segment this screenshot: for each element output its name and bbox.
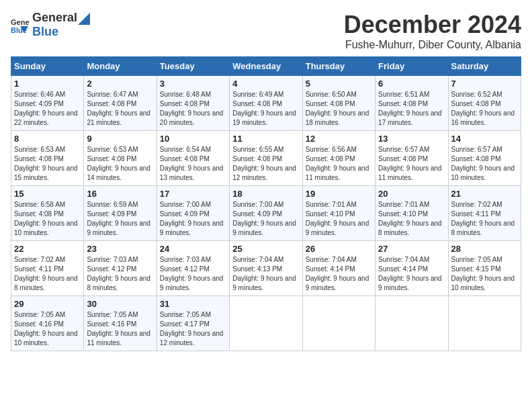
day-number: 29: [14, 299, 81, 309]
day-info: Sunrise: 6:59 AMSunset: 4:09 PMDaylight:…: [87, 200, 153, 238]
day-info: Sunrise: 6:57 AMSunset: 4:08 PMDaylight:…: [451, 145, 518, 183]
calendar-cell: 29Sunrise: 7:05 AMSunset: 4:16 PMDayligh…: [11, 296, 84, 351]
day-number: 31: [160, 299, 226, 309]
logo-general: General: [32, 11, 77, 24]
week-row-5: 29Sunrise: 7:05 AMSunset: 4:16 PMDayligh…: [11, 296, 521, 351]
calendar-cell: 9Sunrise: 6:53 AMSunset: 4:08 PMDaylight…: [84, 131, 157, 186]
title-area: December 2024 Fushe-Muhurr, Diber County…: [344, 11, 521, 51]
day-info: Sunrise: 6:48 AMSunset: 4:08 PMDaylight:…: [160, 90, 226, 128]
calendar-cell: 8Sunrise: 6:53 AMSunset: 4:08 PMDaylight…: [11, 131, 84, 186]
day-info: Sunrise: 7:02 AMSunset: 4:11 PMDaylight:…: [451, 200, 518, 238]
calendar-cell: 20Sunrise: 7:01 AMSunset: 4:10 PMDayligh…: [375, 186, 448, 241]
calendar-cell: 21Sunrise: 7:02 AMSunset: 4:11 PMDayligh…: [448, 186, 521, 241]
header: General Blue General Blue December 2024 …: [11, 11, 521, 51]
day-number: 24: [160, 244, 226, 254]
calendar-cell: 23Sunrise: 7:03 AMSunset: 4:12 PMDayligh…: [84, 241, 157, 296]
week-row-3: 15Sunrise: 6:58 AMSunset: 4:08 PMDayligh…: [11, 186, 521, 241]
day-number: 8: [14, 134, 81, 144]
calendar-cell: 19Sunrise: 7:01 AMSunset: 4:10 PMDayligh…: [302, 186, 375, 241]
day-number: 22: [14, 244, 81, 254]
day-number: 9: [87, 134, 153, 144]
calendar-cell: [302, 296, 375, 351]
day-number: 15: [14, 189, 81, 199]
day-info: Sunrise: 6:53 AMSunset: 4:08 PMDaylight:…: [87, 145, 153, 183]
day-number: 27: [378, 244, 445, 254]
day-number: 12: [306, 134, 372, 144]
calendar-cell: 12Sunrise: 6:56 AMSunset: 4:08 PMDayligh…: [302, 131, 375, 186]
day-number: 5: [306, 79, 372, 89]
weekday-header-monday: Monday: [84, 57, 157, 76]
calendar-cell: 6Sunrise: 6:51 AMSunset: 4:08 PMDaylight…: [375, 76, 448, 131]
calendar-table: SundayMondayTuesdayWednesdayThursdayFrid…: [11, 56, 521, 351]
day-info: Sunrise: 6:53 AMSunset: 4:08 PMDaylight:…: [14, 145, 81, 183]
day-number: 21: [451, 189, 518, 199]
calendar-cell: 15Sunrise: 6:58 AMSunset: 4:08 PMDayligh…: [11, 186, 84, 241]
day-number: 13: [378, 134, 445, 144]
day-info: Sunrise: 7:02 AMSunset: 4:11 PMDaylight:…: [14, 255, 81, 293]
day-info: Sunrise: 7:01 AMSunset: 4:10 PMDaylight:…: [378, 200, 445, 238]
day-info: Sunrise: 7:05 AMSunset: 4:17 PMDaylight:…: [160, 310, 226, 348]
day-info: Sunrise: 6:55 AMSunset: 4:08 PMDaylight:…: [232, 145, 299, 183]
calendar-cell: 2Sunrise: 6:47 AMSunset: 4:08 PMDaylight…: [84, 76, 157, 131]
weekday-header-thursday: Thursday: [302, 57, 375, 76]
day-number: 16: [87, 189, 153, 199]
day-number: 19: [306, 189, 372, 199]
day-number: 26: [306, 244, 372, 254]
day-number: 17: [160, 189, 226, 199]
month-title: December 2024: [344, 11, 521, 39]
calendar-cell: 1Sunrise: 6:46 AMSunset: 4:09 PMDaylight…: [11, 76, 84, 131]
day-info: Sunrise: 7:04 AMSunset: 4:14 PMDaylight:…: [378, 255, 445, 293]
calendar-cell: 7Sunrise: 6:52 AMSunset: 4:08 PMDaylight…: [448, 76, 521, 131]
day-info: Sunrise: 7:01 AMSunset: 4:10 PMDaylight:…: [306, 200, 372, 238]
weekday-header-wednesday: Wednesday: [230, 57, 302, 76]
weekday-header-tuesday: Tuesday: [157, 57, 229, 76]
calendar-cell: 14Sunrise: 6:57 AMSunset: 4:08 PMDayligh…: [448, 131, 521, 186]
day-info: Sunrise: 7:00 AMSunset: 4:09 PMDaylight:…: [160, 200, 226, 238]
day-info: Sunrise: 7:00 AMSunset: 4:09 PMDaylight:…: [232, 200, 299, 238]
svg-text:Blue: Blue: [11, 26, 27, 34]
day-info: Sunrise: 6:54 AMSunset: 4:08 PMDaylight:…: [160, 145, 226, 183]
weekday-header-saturday: Saturday: [448, 57, 521, 76]
svg-text:General: General: [11, 18, 30, 26]
calendar-cell: 4Sunrise: 6:49 AMSunset: 4:08 PMDaylight…: [230, 76, 302, 131]
day-number: 14: [451, 134, 518, 144]
calendar-cell: 3Sunrise: 6:48 AMSunset: 4:08 PMDaylight…: [157, 76, 229, 131]
day-info: Sunrise: 6:57 AMSunset: 4:08 PMDaylight:…: [378, 145, 445, 183]
day-info: Sunrise: 6:58 AMSunset: 4:08 PMDaylight:…: [14, 200, 81, 238]
day-info: Sunrise: 6:51 AMSunset: 4:08 PMDaylight:…: [378, 90, 445, 128]
calendar-cell: 30Sunrise: 7:05 AMSunset: 4:16 PMDayligh…: [84, 296, 157, 351]
calendar-cell: [375, 296, 448, 351]
calendar-cell: 11Sunrise: 6:55 AMSunset: 4:08 PMDayligh…: [230, 131, 302, 186]
day-number: 18: [232, 189, 299, 199]
calendar-cell: 17Sunrise: 7:00 AMSunset: 4:09 PMDayligh…: [157, 186, 229, 241]
day-info: Sunrise: 7:04 AMSunset: 4:13 PMDaylight:…: [232, 255, 299, 293]
day-info: Sunrise: 7:04 AMSunset: 4:14 PMDaylight:…: [306, 255, 372, 293]
calendar-cell: 10Sunrise: 6:54 AMSunset: 4:08 PMDayligh…: [157, 131, 229, 186]
weekday-header-row: SundayMondayTuesdayWednesdayThursdayFrid…: [11, 57, 521, 76]
day-number: 10: [160, 134, 226, 144]
day-info: Sunrise: 7:05 AMSunset: 4:16 PMDaylight:…: [14, 310, 81, 348]
day-number: 20: [378, 189, 445, 199]
day-info: Sunrise: 6:50 AMSunset: 4:08 PMDaylight:…: [306, 90, 372, 128]
svg-marker-3: [78, 13, 90, 25]
calendar-cell: [230, 296, 302, 351]
day-info: Sunrise: 6:49 AMSunset: 4:08 PMDaylight:…: [232, 90, 299, 128]
logo-triangle-icon: [78, 13, 90, 25]
calendar-cell: [448, 296, 521, 351]
day-number: 2: [87, 79, 153, 89]
day-number: 30: [87, 299, 153, 309]
week-row-1: 1Sunrise: 6:46 AMSunset: 4:09 PMDaylight…: [11, 76, 521, 131]
day-number: 23: [87, 244, 153, 254]
calendar-cell: 24Sunrise: 7:03 AMSunset: 4:12 PMDayligh…: [157, 241, 229, 296]
day-info: Sunrise: 6:47 AMSunset: 4:08 PMDaylight:…: [87, 90, 153, 128]
day-info: Sunrise: 7:03 AMSunset: 4:12 PMDaylight:…: [87, 255, 153, 293]
day-info: Sunrise: 6:56 AMSunset: 4:08 PMDaylight:…: [306, 145, 372, 183]
calendar-cell: 28Sunrise: 7:05 AMSunset: 4:15 PMDayligh…: [448, 241, 521, 296]
day-number: 3: [160, 79, 226, 89]
calendar-cell: 16Sunrise: 6:59 AMSunset: 4:09 PMDayligh…: [84, 186, 157, 241]
week-row-2: 8Sunrise: 6:53 AMSunset: 4:08 PMDaylight…: [11, 131, 521, 186]
day-number: 6: [378, 79, 445, 89]
day-info: Sunrise: 7:03 AMSunset: 4:12 PMDaylight:…: [160, 255, 226, 293]
logo-blue: Blue: [32, 25, 58, 38]
logo: General Blue General Blue: [11, 11, 91, 39]
